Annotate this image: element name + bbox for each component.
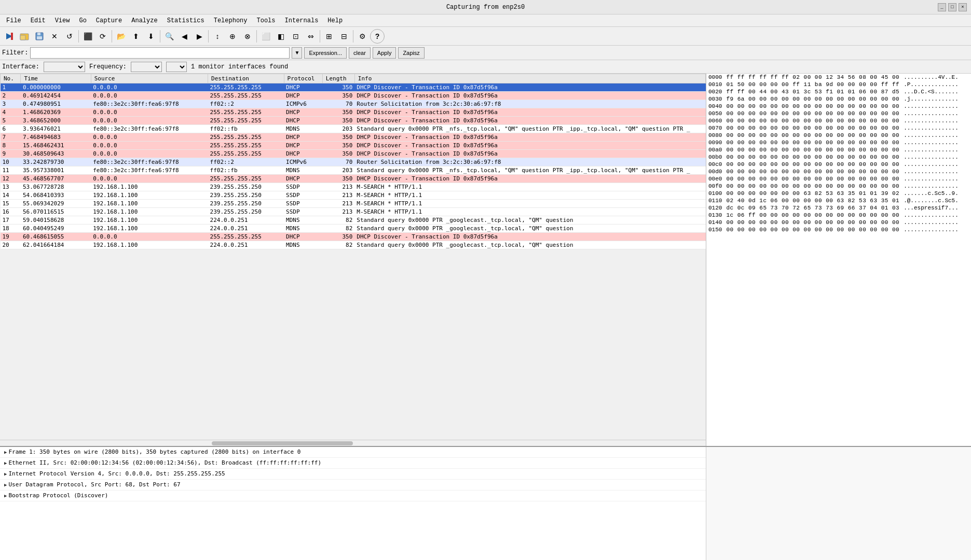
titlebar: Capturing from enp2s0 _ □ × — [0, 0, 971, 15]
detail-item[interactable]: ▶Internet Protocol Version 4, Src: 0.0.0… — [0, 469, 706, 480]
hex-row: 011002 40 0d 1c 06 00 00 00 00 00 63 82 … — [706, 197, 961, 204]
filter-input[interactable] — [30, 47, 290, 59]
col-src: Source — [91, 74, 208, 83]
expression-button[interactable]: Expression... — [304, 47, 347, 59]
collapse-button[interactable]: ⊟ — [337, 29, 351, 44]
help-button[interactable]: ? — [370, 29, 385, 44]
close-button[interactable]: × — [959, 3, 967, 11]
detail-item[interactable]: ▶User Datagram Protocol, Src Port: 68, D… — [0, 480, 706, 491]
zoom-out-button[interactable]: ◧ — [273, 29, 288, 44]
table-row[interactable]: 1960.4686150550.0.0.0255.255.255.255DHCP… — [1, 233, 706, 241]
svg-rect-6 — [37, 36, 42, 39]
menu-tools[interactable]: Tools — [253, 16, 280, 25]
table-row[interactable]: 20.4691424540.0.0.0255.255.255.255DHCP35… — [1, 92, 706, 100]
expand-button[interactable]: ⊞ — [322, 29, 336, 44]
restart-button[interactable]: ⟳ — [95, 29, 110, 44]
monitor-status: 1 monitor interfaces found — [191, 63, 288, 71]
export-button[interactable]: ⬆ — [129, 29, 143, 44]
expand-arrow-icon: ▶ — [4, 459, 7, 467]
table-row[interactable]: 41.4686203690.0.0.0255.255.255.255DHCP35… — [1, 108, 706, 117]
menu-view[interactable]: View — [51, 16, 74, 25]
menu-help[interactable]: Help — [323, 16, 347, 25]
menu-statistics[interactable]: Statistics — [163, 16, 209, 25]
hex-row: 00f000 00 00 00 00 00 00 00 00 00 00 00 … — [706, 183, 961, 190]
print-button[interactable]: ⬇ — [144, 29, 158, 44]
table-row[interactable]: 1759.040158628192.168.1.100224.0.0.251MD… — [1, 216, 706, 225]
mark-button[interactable]: ⊕ — [225, 29, 240, 44]
colorize-button[interactable]: ⊗ — [240, 29, 255, 44]
table-row[interactable]: 63.936476021fe80::3e2c:30ff:fea6:97f8ff0… — [1, 125, 706, 133]
frequency-channel[interactable] — [166, 62, 187, 72]
close-file-button[interactable]: ✕ — [47, 29, 62, 44]
detail-item[interactable]: ▶Frame 1: 350 bytes on wire (2800 bits),… — [0, 447, 706, 458]
clear-button[interactable]: clear — [349, 47, 371, 59]
table-row[interactable]: 10.0000000000.0.0.0255.255.255.255DHCP35… — [1, 83, 706, 92]
save-button[interactable] — [32, 29, 47, 44]
stop-button[interactable]: ⬛ — [80, 29, 95, 44]
apply-button[interactable]: Apply — [373, 47, 396, 59]
col-proto: Protocol — [284, 74, 322, 83]
menu-edit[interactable]: Edit — [26, 16, 50, 25]
hex-row: 00d000 00 00 00 00 00 00 00 00 00 00 00 … — [706, 168, 961, 175]
next-button[interactable]: ▶ — [192, 29, 207, 44]
frequency-select[interactable] — [131, 62, 162, 72]
reload-button[interactable]: ↺ — [62, 29, 77, 44]
minimize-button[interactable]: _ — [938, 3, 946, 11]
col-dst: Destination — [208, 74, 284, 83]
hex-row: 00a000 00 00 00 00 00 00 00 00 00 00 00 … — [706, 146, 961, 153]
table-row[interactable]: 53.4686520000.0.0.0255.255.255.255DHCP35… — [1, 117, 706, 125]
bottom-hex-empty — [706, 447, 971, 560]
svg-rect-1 — [11, 33, 13, 40]
prev-button[interactable]: ◀ — [177, 29, 192, 44]
resize-cols-button[interactable]: ⇔ — [304, 29, 318, 44]
menu-go[interactable]: Go — [75, 16, 90, 25]
interface-select[interactable] — [44, 62, 85, 72]
detail-item-text: Internet Protocol Version 4, Src: 0.0.0.… — [8, 470, 225, 478]
menu-internals[interactable]: Internals — [281, 16, 323, 25]
table-row[interactable]: 1033.242879730fe80::3e2c:30ff:fea6:97f8f… — [1, 158, 706, 166]
zoom-in-button[interactable]: ⬜ — [258, 29, 273, 44]
hex-row: 005000 00 00 00 00 00 00 00 00 00 00 00 … — [706, 110, 961, 117]
packet-list-panel: No. Time Source Destination Protocol Len… — [0, 74, 706, 446]
menu-file[interactable]: File — [2, 16, 25, 25]
maximize-button[interactable]: □ — [948, 3, 956, 11]
h-scrollbar[interactable] — [0, 440, 706, 446]
jump-button[interactable]: ↕ — [210, 29, 225, 44]
col-time: Time — [21, 74, 91, 83]
table-row[interactable]: 1860.040495249192.168.1.100224.0.0.251MD… — [1, 225, 706, 233]
table-row[interactable]: 1353.067728728192.168.1.100239.255.255.2… — [1, 183, 706, 191]
table-row[interactable]: 1656.070116515192.168.1.100239.255.255.2… — [1, 208, 706, 216]
table-row[interactable]: 1555.069342029192.168.1.100239.255.255.2… — [1, 200, 706, 208]
hex-row: 006000 00 00 00 00 00 00 00 00 00 00 00 … — [706, 117, 961, 124]
settings-button[interactable]: ⚙ — [355, 29, 370, 44]
table-row[interactable]: 1454.068410393192.168.1.100239.255.255.2… — [1, 191, 706, 200]
open-button[interactable] — [17, 29, 32, 44]
svg-rect-5 — [37, 33, 40, 35]
table-row[interactable]: 815.4684624310.0.0.0255.255.255.255DHCP3… — [1, 142, 706, 150]
toolbar: ✕ ↺ ⬛ ⟳ 📂 ⬆ ⬇ 🔍 ◀ ▶ ↕ ⊕ ⊗ ⬜ ◧ ⊡ ⇔ ⊞ ⊟ ⚙ … — [0, 27, 971, 46]
svg-rect-3 — [20, 35, 25, 40]
zoom-reset-button[interactable]: ⊡ — [289, 29, 303, 44]
menu-capture[interactable]: Capture — [92, 16, 126, 25]
menu-telephony[interactable]: Telephony — [210, 16, 252, 25]
hex-row: 01301c 06 ff 00 00 00 00 00 00 00 00 00 … — [706, 212, 961, 219]
table-row[interactable]: 77.4684946830.0.0.0255.255.255.255DHCP35… — [1, 133, 706, 142]
open-file-button[interactable]: 📂 — [114, 29, 128, 44]
table-row[interactable]: 1135.957338001fe80::3e2c:30ff:fea6:97f8f… — [1, 166, 706, 175]
table-row[interactable]: 1245.4685677070.0.0.0255.255.255.255DHCP… — [1, 175, 706, 183]
packet-scroll[interactable]: No. Time Source Destination Protocol Len… — [0, 74, 706, 440]
table-row[interactable]: 2062.041664184192.168.1.100224.0.0.251MD… — [1, 241, 706, 249]
table-row[interactable]: 30.474980951fe80::3e2c:30ff:fea6:97f8ff0… — [1, 100, 706, 108]
new-capture-button[interactable] — [2, 29, 17, 44]
detail-item[interactable]: ▶Bootstrap Protocol (Discover) — [0, 491, 706, 501]
hex-row: 007000 00 00 00 00 00 00 00 00 00 00 00 … — [706, 124, 961, 132]
detail-item[interactable]: ▶Ethernet II, Src: 02:00:00:12:34:56 (02… — [0, 458, 706, 469]
menu-analyze[interactable]: Analyze — [127, 16, 161, 25]
filter-dropdown-button[interactable]: ▼ — [292, 47, 302, 59]
hex-row: 009000 00 00 00 00 00 00 00 00 00 00 00 … — [706, 139, 961, 146]
save-filter-button[interactable]: Zapisz — [398, 47, 424, 59]
table-row[interactable]: 930.4685096430.0.0.0255.255.255.255DHCP3… — [1, 150, 706, 158]
find-button[interactable]: 🔍 — [162, 29, 176, 44]
toolbar-separator-3 — [160, 30, 160, 43]
toolbar-separator-4 — [208, 30, 209, 43]
